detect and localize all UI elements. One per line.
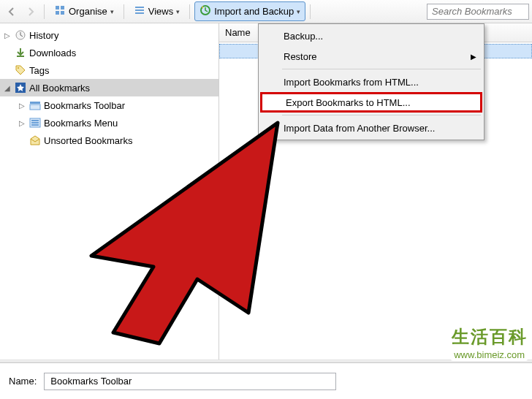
sidebar-item-all-bookmarks[interactable]: ◢ All Bookmarks xyxy=(0,79,218,96)
svg-point-10 xyxy=(18,67,19,69)
bookmarks-menu-icon xyxy=(29,117,41,129)
sidebar-item-history[interactable]: ▷ History xyxy=(0,26,218,44)
column-name[interactable]: Name xyxy=(225,27,251,38)
svg-rect-3 xyxy=(61,11,64,15)
menu-separator xyxy=(282,115,481,115)
import-backup-label: Import and Backup xyxy=(214,6,294,17)
sidebar-item-tags[interactable]: ▷ Tags xyxy=(0,61,218,79)
svg-rect-16 xyxy=(31,122,39,123)
sidebar-item-label: Bookmarks Toolbar xyxy=(44,100,125,111)
menu-label: Export Bookmarks to HTML... xyxy=(286,97,411,108)
svg-rect-2 xyxy=(56,11,59,15)
views-button[interactable]: Views ▾ xyxy=(129,1,185,21)
menu-restore[interactable]: Restore ▶ xyxy=(260,46,482,66)
views-label: Views xyxy=(148,6,173,17)
submenu-arrow-icon: ▶ xyxy=(471,53,476,61)
toolbar: Organise ▾ Views ▾ Import and Backup ▾ xyxy=(0,0,532,23)
svg-rect-9 xyxy=(17,56,24,57)
separator xyxy=(44,4,45,19)
menu-label: Import Bookmarks from HTML... xyxy=(284,77,419,88)
details-panel: Name: xyxy=(0,362,532,399)
forward-button[interactable] xyxy=(22,3,39,20)
watermark-url: www.bimeiz.com xyxy=(451,349,528,361)
sidebar-item-label: Bookmarks Menu xyxy=(44,118,118,129)
import-backup-menu: Backup... Restore ▶ Import Bookmarks fro… xyxy=(258,23,484,140)
sidebar-item-label: Downloads xyxy=(29,48,76,58)
sidebar-item-bookmarks-menu[interactable]: ▷ Bookmarks Menu xyxy=(0,114,218,132)
menu-label: Backup... xyxy=(284,31,323,42)
unsorted-icon xyxy=(29,134,41,146)
separator xyxy=(189,4,190,19)
menu-import-browser[interactable]: Import Data from Another Browser... xyxy=(260,118,482,138)
organise-icon xyxy=(54,4,66,18)
organise-button[interactable]: Organise ▾ xyxy=(49,1,119,21)
menu-label: Restore xyxy=(284,51,317,62)
menu-label: Import Data from Another Browser... xyxy=(284,123,435,134)
sidebar-item-unsorted-bookmarks[interactable]: ▷ Unsorted Bookmarks xyxy=(0,132,218,149)
views-icon xyxy=(134,4,145,18)
sidebar-item-downloads[interactable]: ▷ Downloads xyxy=(0,44,218,61)
sidebar-item-bookmarks-toolbar[interactable]: ▷ Bookmarks Toolbar xyxy=(0,96,218,114)
svg-rect-6 xyxy=(135,12,144,14)
sidebar-item-label: History xyxy=(29,30,58,41)
download-icon xyxy=(15,47,26,58)
svg-rect-5 xyxy=(135,10,144,11)
chevron-down-icon: ▾ xyxy=(297,8,300,15)
svg-rect-0 xyxy=(56,6,59,10)
sidebar-item-label: All Bookmarks xyxy=(29,83,90,94)
back-button[interactable] xyxy=(3,3,20,20)
sidebar-item-label: Tags xyxy=(29,65,49,76)
search-input[interactable] xyxy=(427,4,529,20)
separator xyxy=(310,4,311,19)
chevron-down-icon: ▾ xyxy=(110,8,114,15)
name-label: Name: xyxy=(9,376,37,387)
sidebar-item-label: Unsorted Bookmarks xyxy=(44,135,132,146)
menu-separator xyxy=(282,69,481,69)
svg-rect-12 xyxy=(30,102,40,104)
clock-icon xyxy=(15,29,26,41)
bookmarks-toolbar-icon xyxy=(29,99,41,111)
menu-backup[interactable]: Backup... xyxy=(260,26,482,46)
watermark-text-cn: 生活百科 xyxy=(451,325,528,349)
name-input[interactable] xyxy=(44,373,336,390)
separator xyxy=(123,4,124,19)
star-icon xyxy=(15,82,26,94)
sidebar: ▷ History ▷ Downloads ▷ Tags ◢ All Bookm… xyxy=(0,23,219,362)
menu-export-html[interactable]: Export Bookmarks to HTML... xyxy=(260,92,482,113)
svg-rect-17 xyxy=(31,124,39,126)
menu-import-html[interactable]: Import Bookmarks from HTML... xyxy=(260,72,482,92)
svg-rect-15 xyxy=(31,120,39,121)
import-backup-button[interactable]: Import and Backup ▾ xyxy=(194,1,305,21)
expander-icon[interactable]: ▷ xyxy=(18,118,26,127)
expander-icon[interactable]: ▷ xyxy=(3,31,12,39)
watermark: 生活百科 www.bimeiz.com xyxy=(451,325,528,361)
organise-label: Organise xyxy=(69,6,107,17)
svg-rect-4 xyxy=(135,7,144,8)
chevron-down-icon: ▾ xyxy=(176,8,180,15)
import-backup-icon xyxy=(200,4,211,18)
expander-icon[interactable]: ▷ xyxy=(18,101,26,110)
expander-icon[interactable]: ◢ xyxy=(3,83,12,92)
tag-icon xyxy=(15,64,26,76)
svg-rect-13 xyxy=(30,104,40,110)
svg-rect-1 xyxy=(61,6,64,10)
